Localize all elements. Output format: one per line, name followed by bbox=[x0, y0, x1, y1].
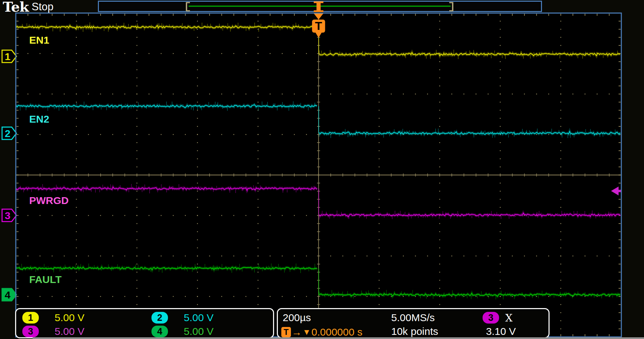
ch2-badge[interactable]: 2 bbox=[151, 312, 168, 324]
gridline-dot bbox=[258, 102, 258, 102]
gridline-dot bbox=[463, 134, 464, 135]
gridline-dot bbox=[76, 45, 77, 46]
gridline-dot bbox=[439, 264, 440, 264]
gridline-dot bbox=[561, 134, 561, 135]
gridline-dot bbox=[609, 215, 610, 216]
gridline-dot bbox=[282, 94, 283, 94]
gridline-dot bbox=[500, 61, 500, 62]
trigger-source-badge[interactable]: 3 bbox=[483, 312, 499, 324]
ch2-trace-low-halo bbox=[319, 132, 620, 135]
gridline-dot bbox=[439, 304, 440, 305]
gridline-dot bbox=[258, 296, 258, 297]
gridline-dot bbox=[197, 21, 198, 21]
sample-rate-readout: 5.00MS/s bbox=[391, 312, 435, 324]
ch1-scale: 5.00 V bbox=[55, 312, 84, 324]
gridline-dot bbox=[500, 272, 500, 272]
gridline-dot bbox=[439, 199, 440, 200]
gridline-dot bbox=[258, 118, 258, 118]
gridline-dot bbox=[561, 94, 561, 94]
gridline-dot bbox=[561, 239, 561, 240]
gridline-dot bbox=[500, 37, 500, 38]
gridline-dot bbox=[561, 215, 561, 216]
ch2-trace-low bbox=[319, 132, 620, 135]
gridline-dot bbox=[439, 296, 440, 297]
gridline-dot bbox=[76, 296, 77, 297]
gridline-dot bbox=[136, 174, 137, 175]
gridline-dot bbox=[548, 256, 549, 256]
gridline-dot bbox=[76, 69, 77, 70]
gridline-dot bbox=[366, 256, 367, 256]
gridline-dot bbox=[391, 215, 392, 216]
gridline-dot bbox=[76, 174, 77, 175]
gridline-dot bbox=[306, 215, 307, 216]
gridline-dot bbox=[76, 256, 77, 256]
gridline-dot bbox=[124, 256, 125, 256]
gridline-dot bbox=[136, 142, 137, 143]
ch1-position-marker[interactable] bbox=[2, 50, 16, 63]
gridline-dot bbox=[379, 53, 380, 54]
gridline-dot bbox=[561, 272, 561, 272]
gridline-dot bbox=[294, 256, 295, 256]
gridline-dot bbox=[136, 29, 137, 30]
gridline-dot bbox=[52, 134, 53, 135]
gridline-dot bbox=[439, 126, 440, 127]
gridline-dot bbox=[561, 312, 561, 313]
gridline-dot bbox=[524, 215, 525, 216]
gridline-dot bbox=[136, 45, 137, 46]
gridline-dot bbox=[112, 215, 113, 216]
gridline-dot bbox=[609, 296, 610, 297]
ch3-badge[interactable]: 3 bbox=[22, 326, 39, 337]
gridline-dot bbox=[39, 256, 40, 256]
ch1-trace-high-halo bbox=[16, 25, 317, 29]
gridline-dot bbox=[258, 223, 258, 224]
gridline-dot bbox=[197, 296, 198, 297]
gridline-dot bbox=[585, 215, 585, 216]
gridline-dot bbox=[379, 296, 380, 297]
gridline-dot bbox=[76, 247, 77, 248]
gridline-dot bbox=[379, 256, 380, 256]
gridline-dot bbox=[500, 134, 500, 135]
gridline-dot bbox=[561, 304, 561, 305]
gridline-dot bbox=[379, 280, 380, 281]
gridline-dot bbox=[185, 53, 185, 54]
gridline-dot bbox=[415, 53, 416, 54]
ch1-trace-low bbox=[319, 53, 620, 56]
ch4-badge[interactable]: 4 bbox=[151, 326, 168, 337]
gridline-dot bbox=[500, 280, 500, 281]
gridline-dot bbox=[500, 191, 500, 191]
gridline-dot bbox=[136, 215, 137, 216]
gridline-dot bbox=[524, 256, 525, 256]
gridline-dot bbox=[76, 77, 77, 78]
gridline-dot bbox=[330, 134, 331, 135]
ch2-position-marker[interactable] bbox=[2, 127, 16, 139]
gridline-dot bbox=[500, 256, 500, 256]
gridline-dot bbox=[573, 215, 573, 216]
gridline-dot bbox=[439, 53, 440, 54]
gridline-dot bbox=[342, 256, 343, 256]
trigger-level-arrow[interactable] bbox=[611, 187, 619, 195]
horizontal-trigger-readout-box: 200µs 5.00MS/s 3 X T → ▼ 0.000000 s 10k … bbox=[277, 308, 550, 338]
gridline-dot bbox=[197, 215, 198, 216]
gridline-dot bbox=[306, 134, 307, 135]
gridline-dot bbox=[76, 94, 77, 94]
gridline-dot bbox=[439, 296, 440, 297]
gridline-dot bbox=[258, 256, 258, 256]
ch3-position-marker[interactable] bbox=[2, 209, 16, 222]
gridline-dot bbox=[379, 29, 380, 30]
gridline-dot bbox=[354, 215, 355, 216]
gridline-dot bbox=[197, 69, 198, 70]
gridline-dot bbox=[379, 231, 380, 232]
gridline-dot bbox=[439, 207, 440, 208]
ch1-badge[interactable]: 1 bbox=[22, 312, 39, 324]
gridline-dot bbox=[561, 134, 561, 135]
ch4-position-marker[interactable] bbox=[2, 289, 16, 301]
gridline-dot bbox=[379, 150, 380, 151]
gridline-dot bbox=[439, 29, 440, 30]
gridline-dot bbox=[282, 256, 283, 256]
gridline-dot bbox=[64, 53, 65, 54]
gridline-dot bbox=[306, 94, 307, 94]
gridline-dot bbox=[439, 167, 440, 167]
gridline-dot bbox=[500, 86, 500, 86]
trigger-t-badge[interactable] bbox=[312, 20, 325, 33]
gridline-dot bbox=[136, 150, 137, 151]
